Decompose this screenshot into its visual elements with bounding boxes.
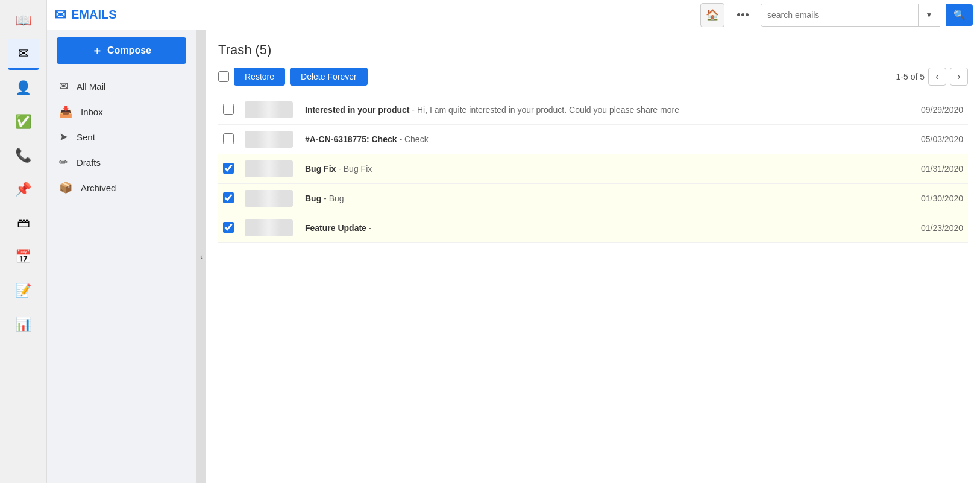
row-check-cell bbox=[218, 184, 240, 213]
sent-label: Sent bbox=[77, 132, 95, 142]
home-button[interactable]: 🏠 bbox=[700, 3, 724, 27]
avatar-cell-1 bbox=[240, 95, 300, 125]
subject-preview-5: - bbox=[369, 223, 372, 233]
search-dropdown-button[interactable]: ▼ bbox=[918, 4, 940, 26]
date-cell-2: 05/03/2020 bbox=[908, 125, 968, 154]
icon-rail: 📖 ✉ 👤 ✅ 📞 📌 🗃 📅 📝 📊 bbox=[0, 0, 47, 483]
sidebar: ＋ Compose ✉ All Mail 📥 Inbox ➤ Sent ✏ Dr… bbox=[47, 30, 196, 483]
drafts-icon: ✏ bbox=[59, 156, 68, 169]
subject-preview-4: - Bug bbox=[324, 194, 344, 203]
prev-page-button[interactable]: ‹ bbox=[928, 68, 946, 86]
row-check-cell bbox=[218, 95, 240, 125]
delete-forever-button[interactable]: Delete Forever bbox=[290, 68, 368, 86]
rail-icon-contacts[interactable]: 👤 bbox=[8, 72, 39, 104]
more-options-button[interactable] bbox=[730, 3, 755, 27]
subject-preview-2: - Check bbox=[399, 134, 428, 144]
sidebar-collapse-handle[interactable]: ‹ bbox=[196, 30, 206, 483]
rail-icon-tasks[interactable]: ✅ bbox=[8, 106, 39, 137]
main-wrapper: ✉ EMAILS 🏠 ▼ 🔍 ＋ Compose ✉ All Mail bbox=[47, 0, 980, 483]
email-area: Trash (5) Restore Delete Forever 1-5 of … bbox=[206, 30, 980, 483]
email-checkbox-5[interactable] bbox=[223, 222, 234, 233]
avatar-5 bbox=[245, 219, 293, 236]
table-row: Bug Fix - Bug Fix 01/31/2020 bbox=[218, 154, 968, 184]
subject-cell-2[interactable]: #A-CN-6318775: Check - Check bbox=[300, 125, 908, 154]
archived-icon: 📦 bbox=[59, 181, 72, 194]
compose-label: Compose bbox=[107, 45, 151, 56]
sidebar-item-inbox[interactable]: 📥 Inbox bbox=[47, 99, 196, 124]
compose-button[interactable]: ＋ Compose bbox=[57, 37, 186, 64]
subject-bold-5: Feature Update bbox=[305, 223, 366, 233]
pagination: 1-5 of 5 ‹ › bbox=[896, 68, 968, 86]
restore-button[interactable]: Restore bbox=[234, 68, 285, 86]
avatar-2 bbox=[245, 131, 293, 148]
topbar: ✉ EMAILS 🏠 ▼ 🔍 bbox=[47, 0, 980, 30]
table-row: Feature Update - 01/23/2020 bbox=[218, 213, 968, 243]
inbox-icon: 📥 bbox=[59, 105, 72, 118]
table-row: #A-CN-6318775: Check - Check 05/03/2020 bbox=[218, 125, 968, 154]
subject-bold-3: Bug Fix bbox=[305, 164, 336, 174]
avatar-4 bbox=[245, 190, 293, 207]
table-row: Interested in your product - Hi, I am qu… bbox=[218, 95, 968, 125]
email-checkbox-4[interactable] bbox=[223, 192, 234, 203]
subject-cell-5[interactable]: Feature Update - bbox=[300, 213, 908, 243]
row-check-cell bbox=[218, 125, 240, 154]
avatar-cell-3 bbox=[240, 154, 300, 184]
sidebar-item-all-mail[interactable]: ✉ All Mail bbox=[47, 74, 196, 99]
avatar-cell-4 bbox=[240, 184, 300, 213]
sidebar-item-archived[interactable]: 📦 Archived bbox=[47, 175, 196, 200]
rail-icon-chart[interactable]: 📊 bbox=[8, 309, 39, 340]
subject-cell-1[interactable]: Interested in your product - Hi, I am qu… bbox=[300, 95, 908, 125]
archived-label: Archived bbox=[81, 183, 116, 193]
folder-title: Trash (5) bbox=[218, 42, 968, 58]
rail-icon-book[interactable]: 📖 bbox=[8, 5, 39, 36]
pagination-text: 1-5 of 5 bbox=[896, 72, 925, 81]
all-mail-label: All Mail bbox=[77, 81, 105, 92]
avatar-cell-2 bbox=[240, 125, 300, 154]
table-row: Bug - Bug 01/30/2020 bbox=[218, 184, 968, 213]
app-title: EMAILS bbox=[71, 8, 117, 22]
search-box: ▼ bbox=[761, 4, 940, 27]
search-input[interactable] bbox=[761, 4, 918, 26]
subject-preview-3: - Bug Fix bbox=[338, 164, 372, 174]
avatar-3 bbox=[245, 160, 293, 177]
subject-cell-3[interactable]: Bug Fix - Bug Fix bbox=[300, 154, 908, 184]
rail-icon-pin[interactable]: 📌 bbox=[8, 174, 39, 205]
content-wrapper: ＋ Compose ✉ All Mail 📥 Inbox ➤ Sent ✏ Dr… bbox=[47, 30, 980, 483]
email-checkbox-1[interactable] bbox=[223, 104, 234, 115]
select-all-checkbox[interactable] bbox=[218, 71, 229, 82]
date-cell-1: 09/29/2020 bbox=[908, 95, 968, 125]
subject-cell-4[interactable]: Bug - Bug bbox=[300, 184, 908, 213]
compose-plus-icon: ＋ bbox=[92, 43, 102, 58]
subject-preview-1: - Hi, I am quite interested in your prod… bbox=[412, 105, 679, 115]
sent-icon: ➤ bbox=[59, 130, 68, 144]
rail-icon-phone[interactable]: 📞 bbox=[8, 140, 39, 171]
subject-bold-4: Bug bbox=[305, 194, 321, 203]
email-toolbar: Restore Delete Forever 1-5 of 5 ‹ › bbox=[218, 68, 968, 86]
row-check-cell bbox=[218, 154, 240, 184]
app-logo: ✉ EMAILS bbox=[54, 7, 117, 24]
search-go-button[interactable]: 🔍 bbox=[946, 4, 973, 26]
rail-icon-list[interactable]: 🗃 bbox=[8, 207, 39, 239]
email-checkbox-2[interactable] bbox=[223, 133, 234, 144]
sidebar-item-drafts[interactable]: ✏ Drafts bbox=[47, 150, 196, 175]
rail-icon-notes[interactable]: 📝 bbox=[8, 275, 39, 306]
date-cell-4: 01/30/2020 bbox=[908, 184, 968, 213]
avatar-1 bbox=[245, 101, 293, 118]
rail-icon-email[interactable]: ✉ bbox=[8, 39, 39, 70]
email-checkbox-3[interactable] bbox=[223, 163, 234, 174]
date-cell-3: 01/31/2020 bbox=[908, 154, 968, 184]
date-cell-5: 01/23/2020 bbox=[908, 213, 968, 243]
email-logo-icon: ✉ bbox=[54, 7, 66, 24]
sidebar-item-sent[interactable]: ➤ Sent bbox=[47, 124, 196, 150]
inbox-label: Inbox bbox=[81, 107, 103, 117]
email-table: Interested in your product - Hi, I am qu… bbox=[218, 95, 968, 243]
avatar-cell-5 bbox=[240, 213, 300, 243]
next-page-button[interactable]: › bbox=[950, 68, 968, 86]
drafts-label: Drafts bbox=[77, 157, 101, 168]
all-mail-icon: ✉ bbox=[59, 80, 68, 93]
subject-bold-1: Interested in your product bbox=[305, 105, 409, 115]
row-check-cell bbox=[218, 213, 240, 243]
rail-icon-calendar[interactable]: 📅 bbox=[8, 241, 39, 273]
subject-bold-2: #A-CN-6318775: Check bbox=[305, 134, 397, 144]
